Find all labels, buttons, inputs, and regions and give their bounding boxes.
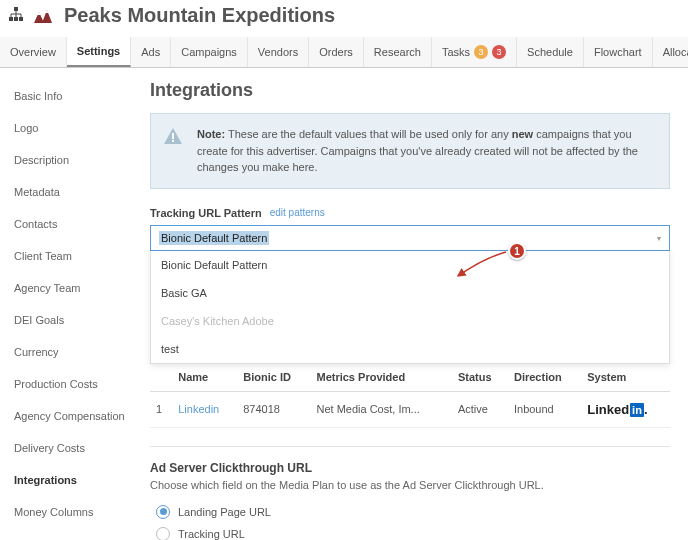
sitemap-icon [8,6,24,25]
table-row: 1 Linkedin 874018 Net Media Cost, Im... … [150,391,670,427]
tab-settings[interactable]: Settings [67,37,131,67]
row-index: 1 [150,391,172,427]
sidebar-item-client-team[interactable]: Client Team [0,240,140,272]
note-box: Note: These are the default values that … [150,113,670,189]
col-header: Name [172,363,237,392]
sidebar-item-other-columns[interactable]: Other Columns [0,528,140,540]
dropdown-selected: Bionic Default Pattern [159,231,269,245]
sidebar-item-description[interactable]: Description [0,144,140,176]
dropdown-list: Bionic Default PatternBasic GACasey's Ki… [150,251,670,364]
cell-status: Active [452,391,508,427]
sidebar-item-delivery-costs[interactable]: Delivery Costs [0,432,140,464]
sidebar-item-production-costs[interactable]: Production Costs [0,368,140,400]
svg-rect-0 [14,7,18,11]
tab-tasks[interactable]: Tasks33 [432,37,517,67]
sidebar: Basic InfoLogoDescriptionMetadataContact… [0,68,140,540]
tab-bar: OverviewSettingsAdsCampaignsVendorsOrder… [0,37,688,68]
sidebar-item-currency[interactable]: Currency [0,336,140,368]
radio-icon [156,505,170,519]
sidebar-item-agency-compensation[interactable]: Agency Compensation [0,400,140,432]
col-header: Status [452,363,508,392]
sidebar-item-contacts[interactable]: Contacts [0,208,140,240]
tab-research[interactable]: Research [364,37,432,67]
tasks-badge: 3 [474,45,488,59]
page-title: Peaks Mountain Expeditions [64,4,335,27]
svg-rect-2 [14,17,18,21]
clickthrough-section: Ad Server Clickthrough URL Choose which … [150,461,670,541]
clickthrough-desc: Choose which field on the Media Plan to … [150,479,670,491]
divider [150,446,670,447]
edit-patterns-link[interactable]: edit patterns [270,207,325,218]
integrations-table: NameBionic IDMetrics ProvidedStatusDirec… [150,363,670,428]
col-header: Direction [508,363,581,392]
chevron-down-icon: ▾ [657,234,661,243]
sidebar-item-dei-goals[interactable]: DEI Goals [0,304,140,336]
tab-allocations[interactable]: Allocations [653,37,688,67]
cell-system: Linkedin. [581,391,670,427]
radio-landing-page[interactable]: Landing Page URL [150,501,670,523]
sidebar-item-logo[interactable]: Logo [0,112,140,144]
cell-direction: Inbound [508,391,581,427]
col-header: System [581,363,670,392]
tab-orders[interactable]: Orders [309,37,364,67]
cell-metrics: Net Media Cost, Im... [310,391,452,427]
svg-marker-7 [45,10,49,13]
sidebar-item-money-columns[interactable]: Money Columns [0,496,140,528]
svg-marker-6 [37,12,41,15]
tab-overview[interactable]: Overview [0,37,67,67]
section-heading: Integrations [150,80,670,101]
tab-ads[interactable]: Ads [131,37,171,67]
radio-icon [156,527,170,541]
tracking-pattern-dropdown[interactable]: Bionic Default Pattern ▾ [150,225,670,251]
tracking-label-row: Tracking URL Pattern edit patterns [150,207,670,219]
svg-rect-10 [172,140,174,142]
svg-rect-9 [172,133,174,139]
svg-rect-3 [19,17,23,21]
clickthrough-title: Ad Server Clickthrough URL [150,461,670,475]
integration-name-link[interactable]: Linkedin [178,403,219,415]
dropdown-option[interactable]: Bionic Default Pattern [151,251,669,279]
col-header: Metrics Provided [310,363,452,392]
sidebar-item-basic-info[interactable]: Basic Info [0,80,140,112]
cell-bionic-id: 874018 [237,391,310,427]
dropdown-option[interactable]: Basic GA [151,279,669,307]
tab-campaigns[interactable]: Campaigns [171,37,248,67]
tab-schedule[interactable]: Schedule [517,37,584,67]
tracking-label: Tracking URL Pattern [150,207,262,219]
tasks-badge: 3 [492,45,506,59]
main-content: Integrations Note: These are the default… [140,68,688,540]
note-bold: Note: [197,128,225,140]
sidebar-item-metadata[interactable]: Metadata [0,176,140,208]
note-text-1: These are the default values that will b… [225,128,512,140]
col-header: Bionic ID [237,363,310,392]
sidebar-item-agency-team[interactable]: Agency Team [0,272,140,304]
dropdown-option[interactable]: test [151,335,669,363]
radio-tracking-url[interactable]: Tracking URL [150,523,670,541]
col-header [150,363,172,392]
page-header: Peaks Mountain Expeditions [0,0,688,37]
svg-rect-1 [9,17,13,21]
logo-icon [30,7,54,25]
linkedin-logo: Linkedin. [587,402,647,417]
warning-icon [163,126,183,151]
tab-flowchart[interactable]: Flowchart [584,37,653,67]
dropdown-option[interactable]: Casey's Kitchen Adobe [151,307,669,335]
tab-vendors[interactable]: Vendors [248,37,309,67]
sidebar-item-integrations[interactable]: Integrations [0,464,140,496]
note-new: new [512,128,533,140]
